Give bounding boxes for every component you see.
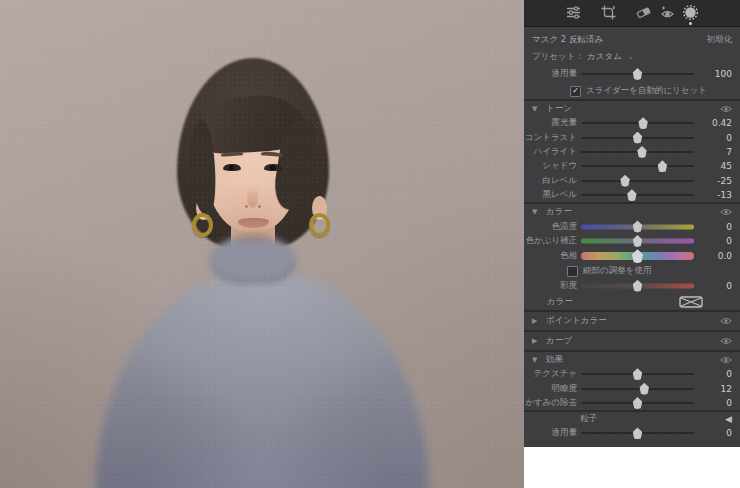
texture-label: テクスチャ <box>524 368 577 380</box>
saturation-slider[interactable] <box>581 278 694 293</box>
exposure-label: 露光量 <box>524 117 577 129</box>
left-earring <box>192 213 213 237</box>
dehaze-value: 0 <box>698 398 740 408</box>
whites-value: -25 <box>698 176 740 186</box>
slider-thumb[interactable] <box>632 68 643 80</box>
tone-section-label: トーン <box>546 103 714 115</box>
collapse-triangle-icon[interactable]: ▶ <box>532 337 540 345</box>
mask-title: マスク 2 反転済み <box>532 34 603 46</box>
point-color-section-label: ポイントカラー <box>546 315 714 327</box>
visibility-eye-icon[interactable] <box>720 356 732 364</box>
slider-thumb[interactable] <box>632 280 643 292</box>
section-tone-header[interactable]: ▼ トーン <box>524 101 740 116</box>
section-effects-header[interactable]: ▼ 効果 <box>524 352 740 367</box>
highlights-label: ハイライト <box>524 146 577 158</box>
crop-rotate-icon[interactable] <box>600 4 617 21</box>
slider-thumb[interactable] <box>632 235 643 247</box>
preset-dropdown-icon[interactable]: ⌄ <box>628 53 633 61</box>
masking-icon[interactable] <box>682 4 699 21</box>
highlights-slider[interactable] <box>581 145 694 159</box>
grain-amount-value: 0 <box>698 428 740 438</box>
exposure-slider[interactable] <box>581 116 694 130</box>
slider-thumb[interactable] <box>632 132 643 144</box>
collapse-triangle-icon[interactable]: ▼ <box>532 356 540 364</box>
tint-slider[interactable] <box>581 234 694 248</box>
section-curve-header[interactable]: ▶ カーブ <box>524 332 740 350</box>
saturation-label: 彩度 <box>524 280 577 292</box>
blacks-value: -13 <box>698 190 740 200</box>
blacks-label: 黒レベル <box>524 189 577 201</box>
visibility-eye-icon[interactable] <box>720 208 732 216</box>
dehaze-label: かすみの除去 <box>524 397 577 409</box>
clarity-value: 12 <box>698 384 740 394</box>
saturation-value: 0 <box>698 281 740 291</box>
slider-thumb[interactable] <box>632 427 643 439</box>
temperature-slider[interactable] <box>581 219 694 233</box>
healing-eraser-icon[interactable] <box>635 4 652 21</box>
whites-slider[interactable] <box>581 174 694 188</box>
slider-thumb[interactable] <box>626 189 637 201</box>
slider-thumb[interactable] <box>632 397 643 409</box>
shadows-value: 45 <box>698 161 740 171</box>
mask-amount-slider[interactable] <box>581 65 694 83</box>
texture-value: 0 <box>698 369 740 379</box>
preset-value[interactable]: カスタム <box>587 51 622 63</box>
grain-amount-slider[interactable] <box>581 426 694 440</box>
shadows-slider[interactable] <box>581 159 694 173</box>
portrait-figure <box>0 0 524 488</box>
collapse-triangle-icon[interactable]: ▶ <box>532 317 540 325</box>
section-color-header[interactable]: ▼ カラー <box>524 204 740 219</box>
temperature-value: 0 <box>698 222 740 232</box>
slider-thumb[interactable] <box>639 383 650 395</box>
slider-thumb[interactable] <box>620 175 631 187</box>
auto-reset-checkbox[interactable]: ✓ <box>570 86 581 97</box>
grain-section-label: 粒子 <box>580 413 597 425</box>
right-earring <box>309 213 330 237</box>
slider-thumb[interactable] <box>637 146 648 158</box>
tint-label: 色かぶり補正 <box>524 235 577 247</box>
contrast-label: コントラスト <box>524 132 577 144</box>
slider-thumb[interactable] <box>632 221 643 233</box>
collapse-triangle-icon[interactable]: ▼ <box>532 208 540 216</box>
photo-preview[interactable] <box>0 0 524 488</box>
collapse-triangle-icon[interactable]: ▼ <box>532 105 540 113</box>
collapse-left-triangle-icon[interactable]: ◀ <box>725 414 732 424</box>
slider-thumb[interactable] <box>632 368 643 380</box>
sweater <box>95 272 429 488</box>
clarity-label: 明瞭度 <box>524 383 577 395</box>
curve-section-label: カーブ <box>546 335 714 347</box>
highlights-value: 7 <box>698 147 740 157</box>
contrast-value: 0 <box>698 133 740 143</box>
temperature-label: 色温度 <box>524 221 577 233</box>
dehaze-slider[interactable] <box>581 396 694 410</box>
visibility-eye-icon[interactable] <box>720 337 732 345</box>
active-tool-dot <box>689 22 692 25</box>
blacks-slider[interactable] <box>581 188 694 202</box>
section-point-color-header[interactable]: ▶ ポイントカラー <box>524 312 740 330</box>
visibility-eye-icon[interactable] <box>720 317 732 325</box>
fine-adjust-checkbox[interactable] <box>567 266 578 277</box>
visibility-eye-icon[interactable] <box>720 105 732 113</box>
clarity-slider[interactable] <box>581 382 694 396</box>
edit-panel: マスク 2 反転済み 初期化 プリセット : カスタム ⌄ 適用量 100 ✓ … <box>524 0 740 447</box>
tint-value: 0 <box>698 236 740 246</box>
mask-amount-value: 100 <box>698 69 740 79</box>
chin-shadow <box>233 232 273 242</box>
auto-reset-label: スライダーを自動的にリセット <box>586 85 707 97</box>
preset-label: プリセット : <box>532 51 581 63</box>
effects-section-label: 効果 <box>546 354 714 366</box>
contrast-slider[interactable] <box>581 130 694 144</box>
slider-thumb[interactable] <box>657 160 668 172</box>
red-eye-icon[interactable] <box>659 4 676 21</box>
edit-sliders-icon[interactable] <box>565 4 582 21</box>
texture-slider[interactable] <box>581 367 694 381</box>
hue-slider[interactable] <box>581 248 694 264</box>
fine-adjust-label: 細部の調整を使用 <box>583 265 651 277</box>
turtleneck-collar <box>210 236 296 284</box>
reset-button[interactable]: 初期化 <box>707 34 733 46</box>
slider-thumb[interactable] <box>638 117 649 129</box>
no-color-swatch-icon[interactable] <box>679 296 703 308</box>
shadows-label: シャドウ <box>524 160 577 172</box>
edit-toolbar <box>524 0 740 27</box>
exposure-value: 0.42 <box>698 118 740 128</box>
